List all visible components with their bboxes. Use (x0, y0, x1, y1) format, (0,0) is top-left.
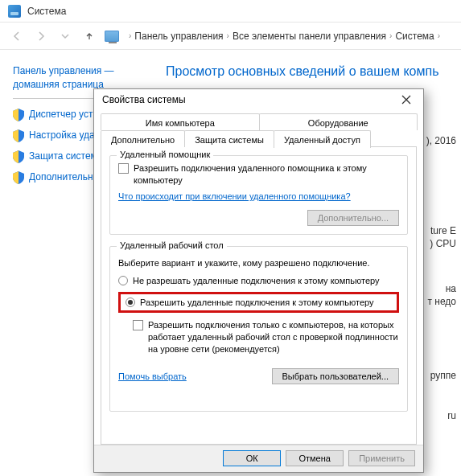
button-assistance-advanced[interactable]: Дополнительно... (307, 210, 399, 226)
radio-label: Не разрешать удаленные подключения к это… (133, 276, 380, 285)
chevron-right-icon: › (389, 31, 392, 40)
breadcrumb[interactable]: › Панель управления › Все элементы панел… (129, 31, 440, 42)
group-label: Удаленный рабочий стол (117, 240, 227, 250)
sidebar-item-label: Диспетчер устр (29, 109, 98, 121)
radio-deny-connections[interactable]: Не разрешать удаленные подключения к это… (118, 276, 399, 285)
bg-fragment: т недо (427, 296, 456, 307)
nav-up-icon[interactable] (80, 27, 98, 45)
navbar: › Панель управления › Все элементы панел… (0, 23, 461, 50)
chevron-right-icon: › (438, 31, 440, 40)
tab-computer-name[interactable]: Имя компьютера (101, 113, 260, 130)
shield-icon (13, 129, 24, 142)
shield-icon (13, 109, 24, 121)
parent-title: Система (27, 6, 66, 17)
tab-advanced[interactable]: Дополнительно (101, 130, 185, 147)
bg-fragment: руппе (430, 370, 456, 381)
bg-fragment: ) CPU (430, 238, 456, 249)
checkbox-icon (118, 163, 129, 174)
ok-button[interactable]: ОК (223, 450, 281, 466)
bg-fragment: ru (447, 410, 456, 421)
page-title: Просмотр основных сведений о вашем компь (166, 64, 439, 79)
highlight-box: Разрешить удаленные подключения к этому … (118, 292, 399, 313)
radio-allow-connections[interactable]: Разрешить удаленные подключения к этому … (126, 298, 392, 307)
button-select-users[interactable]: Выбрать пользователей... (272, 368, 400, 384)
checkbox-nla[interactable]: Разрешить подключения только с компьютер… (133, 319, 399, 355)
tab-system-protection[interactable]: Защита системы (184, 130, 274, 147)
pc-icon (105, 31, 119, 42)
nav-back-icon[interactable] (8, 27, 26, 45)
dialog-titlebar: Свойства системы (94, 89, 423, 110)
group-label: Удаленный помощник (117, 150, 213, 159)
chevron-right-icon: › (227, 31, 229, 40)
group-desc: Выберите вариант и укажите, кому разреше… (118, 258, 399, 268)
parent-titlebar: Система (0, 0, 461, 23)
radio-icon (126, 298, 135, 307)
breadcrumb-item[interactable]: Панель управления (134, 31, 223, 42)
dialog-buttons: ОК Отмена Применить (94, 445, 423, 472)
chevron-right-icon: › (129, 31, 131, 40)
nav-down-icon[interactable] (56, 27, 74, 45)
nav-forward-icon[interactable] (32, 27, 50, 45)
radio-label: Разрешить удаленные подключения к этому … (140, 298, 374, 307)
system-icon (8, 5, 21, 18)
bg-fragment: ture E (430, 225, 456, 236)
group-remote-assistance: Удаленный помощник Разрешить подключения… (109, 155, 408, 236)
shield-icon (13, 171, 24, 184)
checkbox-icon (133, 320, 143, 330)
radio-icon (118, 276, 128, 285)
breadcrumb-item[interactable]: Все элементы панели управления (233, 31, 386, 42)
system-properties-dialog: Свойства системы Имя компьютера Оборудов… (93, 88, 424, 473)
apply-button[interactable]: Применить (348, 450, 415, 466)
link-help-choose[interactable]: Помочь выбрать (118, 371, 187, 381)
group-remote-desktop: Удаленный рабочий стол Выберите вариант … (109, 246, 408, 412)
link-what-happens[interactable]: Что происходит при включении удаленного … (118, 191, 351, 201)
bg-fragment: на (446, 283, 456, 294)
checkbox-label: Разрешить подключения удаленного помощни… (134, 162, 399, 187)
sidebar-item-label: Защита систем (29, 150, 97, 163)
tab-hardware[interactable]: Оборудование (259, 113, 418, 130)
breadcrumb-item[interactable]: Система (395, 31, 434, 42)
shield-icon (13, 150, 24, 163)
dialog-title: Свойства системы (102, 94, 186, 105)
close-button[interactable] (394, 90, 418, 109)
tab-panel-remote: Удаленный помощник Разрешить подключения… (101, 147, 417, 445)
checkbox-allow-assistance[interactable]: Разрешить подключения удаленного помощни… (118, 162, 399, 187)
cancel-button[interactable]: Отмена (286, 450, 344, 466)
checkbox-label: Разрешить подключения только с компьютер… (148, 319, 399, 355)
tab-remote[interactable]: Удаленный доступ (274, 130, 371, 148)
